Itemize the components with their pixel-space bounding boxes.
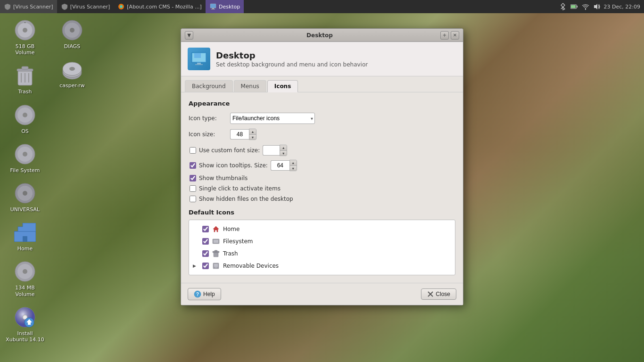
svg-point-25 bbox=[23, 152, 27, 156]
close-button[interactable]: Close bbox=[421, 288, 456, 300]
custom-font-label: Use custom font size: bbox=[199, 147, 260, 154]
taskbar-label-virus1: [Virus Scanner] bbox=[13, 4, 53, 10]
desktop-icon-label-home: Home bbox=[17, 246, 33, 252]
svg-rect-59 bbox=[215, 250, 217, 252]
tooltips-label: Show icon tooltips. Size: bbox=[199, 162, 268, 169]
thumbnails-checkbox[interactable] bbox=[190, 175, 196, 181]
tooltips-checkbox[interactable] bbox=[190, 162, 196, 169]
cdrom-install-icon bbox=[14, 306, 36, 329]
dialog-close-button[interactable]: ✕ bbox=[451, 31, 459, 40]
battery-icon[interactable] bbox=[570, 2, 578, 11]
custom-font-decrement[interactable]: ▼ bbox=[280, 150, 287, 156]
home-list-icon bbox=[212, 225, 220, 233]
trash-list-icon bbox=[212, 249, 220, 258]
tooltips-increment[interactable]: ▲ bbox=[290, 160, 297, 165]
desktop-icon-label-trash: Trash bbox=[18, 89, 32, 95]
custom-font-spinbox: ▲ ▼ bbox=[263, 145, 287, 156]
dialog-maximize-button[interactable]: + bbox=[440, 31, 449, 40]
svg-rect-57 bbox=[214, 252, 218, 257]
desktop-dialog: ▼ Desktop + ✕ Desktop Set desktop backgr… bbox=[181, 28, 463, 305]
diags-hdd-icon bbox=[61, 19, 83, 41]
desktop-icon-volume518[interactable]: 518 GB Volume bbox=[4, 17, 46, 58]
dialog-titlebar: ▼ Desktop + ✕ bbox=[181, 29, 463, 42]
taskbar-label-desktop: Desktop bbox=[219, 4, 240, 10]
desktop-icon-install[interactable]: Install Xubuntu 14.10 bbox=[4, 304, 46, 345]
dialog-footer: ? Help Close bbox=[181, 283, 463, 305]
icons-list: ▶ Home ▶ bbox=[189, 220, 455, 275]
thumbnails-row: Show thumbnails bbox=[189, 175, 455, 181]
volume-icon[interactable] bbox=[593, 2, 601, 11]
icon-size-spin-buttons: ▲ ▼ bbox=[249, 129, 256, 140]
default-icons-title: Default Icons bbox=[189, 209, 455, 216]
dialog-body: Appearance Icon type: File/launcher icon… bbox=[181, 92, 463, 283]
single-click-checkbox[interactable] bbox=[190, 185, 196, 192]
removable-icon-checkbox[interactable] bbox=[202, 263, 209, 269]
desktop-icon-trash[interactable]: Trash bbox=[4, 62, 46, 97]
tooltips-size-input[interactable] bbox=[271, 160, 289, 171]
desktop-icon-diags[interactable]: DIAGS bbox=[51, 17, 93, 51]
monitor-icon bbox=[209, 3, 217, 10]
svg-rect-62 bbox=[215, 267, 217, 268]
svg-marker-9 bbox=[594, 4, 597, 9]
filesystem-hdd-icon bbox=[14, 143, 36, 165]
bluetooth-icon[interactable] bbox=[559, 2, 567, 11]
custom-font-input[interactable] bbox=[263, 145, 280, 156]
universal-hdd-icon bbox=[14, 182, 36, 205]
trash-icon-label: Trash bbox=[223, 250, 238, 257]
desktop-icon-casper[interactable]: casper-rw bbox=[51, 56, 93, 90]
filesystem-list-icon bbox=[212, 237, 220, 246]
svg-point-38 bbox=[24, 316, 26, 319]
tab-menus[interactable]: Menus bbox=[234, 80, 266, 92]
svg-rect-61 bbox=[214, 264, 218, 267]
custom-font-spin-buttons: ▲ ▼ bbox=[280, 145, 287, 156]
taskbar-item-browser[interactable]: [About.com CMS - Mozilla ...] bbox=[114, 0, 206, 13]
shield-icon-2 bbox=[61, 3, 68, 10]
taskbar-item-virus2[interactable]: [Virus Scanner] bbox=[57, 0, 114, 13]
svg-rect-31 bbox=[23, 236, 27, 242]
icon-size-input[interactable]: 48 bbox=[230, 129, 249, 140]
icon-size-row: Icon size: 48 ▲ ▼ bbox=[189, 129, 455, 140]
datetime-display: 23 Dec, 22:09 bbox=[604, 4, 640, 10]
hdd-icon bbox=[14, 19, 36, 41]
desktop-icon-home[interactable]: Home bbox=[4, 219, 46, 254]
tab-background[interactable]: Background bbox=[185, 80, 233, 92]
custom-font-increment[interactable]: ▲ bbox=[280, 145, 287, 150]
home-icon-checkbox[interactable] bbox=[202, 226, 209, 232]
help-icon: ? bbox=[194, 290, 201, 298]
svg-rect-16 bbox=[22, 66, 28, 69]
desktop-icon-os[interactable]: OS bbox=[4, 102, 46, 136]
icon-size-decrement[interactable]: ▼ bbox=[249, 134, 256, 140]
tab-icons[interactable]: Icons bbox=[267, 80, 298, 92]
icon-type-select[interactable]: File/launcher icons Minimized app icons … bbox=[230, 113, 315, 124]
desktop-icon-vol134[interactable]: 134 MB Volume bbox=[4, 258, 46, 299]
hidden-files-label: Show hidden files on the desktop bbox=[199, 196, 293, 202]
desktop-icon-filesystem[interactable]: File System bbox=[4, 141, 46, 175]
filesystem-icon-label: Filesystem bbox=[223, 238, 253, 245]
tooltips-spinbox: ▲ ▼ bbox=[271, 160, 297, 171]
tooltips-decrement[interactable]: ▼ bbox=[290, 165, 297, 171]
dialog-menu-button[interactable]: ▼ bbox=[185, 31, 193, 40]
desktop-icon-label-os: OS bbox=[21, 128, 29, 134]
hidden-files-checkbox[interactable] bbox=[190, 196, 196, 202]
taskbar-item-desktop[interactable]: Desktop bbox=[206, 0, 244, 13]
custom-font-checkbox[interactable] bbox=[190, 147, 196, 154]
help-button[interactable]: ? Help bbox=[188, 288, 221, 300]
desktop-icon-label-universal: UNIVERSAL bbox=[10, 206, 40, 213]
wifi-icon[interactable] bbox=[581, 2, 590, 11]
svg-rect-2 bbox=[210, 4, 216, 8]
icon-size-increment[interactable]: ▲ bbox=[249, 129, 256, 134]
dialog-header: Desktop Set desktop background and menu … bbox=[181, 42, 463, 76]
desktop-icon-label-install: Install Xubuntu 14.10 bbox=[6, 330, 44, 343]
svg-point-12 bbox=[23, 28, 27, 33]
filesystem-icon-checkbox[interactable] bbox=[202, 238, 209, 245]
dialog-title: Desktop bbox=[199, 32, 440, 39]
svg-rect-53 bbox=[195, 64, 203, 65]
desktop-icon-universal[interactable]: UNIVERSAL bbox=[4, 180, 46, 214]
close-icon bbox=[427, 291, 434, 297]
removable-expand-arrow[interactable]: ▶ bbox=[193, 263, 199, 268]
icon-type-select-wrapper: File/launcher icons Minimized app icons … bbox=[230, 113, 315, 124]
hidden-files-row: Show hidden files on the desktop bbox=[189, 196, 455, 202]
trash-icon-checkbox[interactable] bbox=[202, 250, 209, 257]
svg-rect-4 bbox=[211, 9, 215, 9]
taskbar-item-virus1[interactable]: [Virus Scanner] bbox=[0, 0, 57, 13]
